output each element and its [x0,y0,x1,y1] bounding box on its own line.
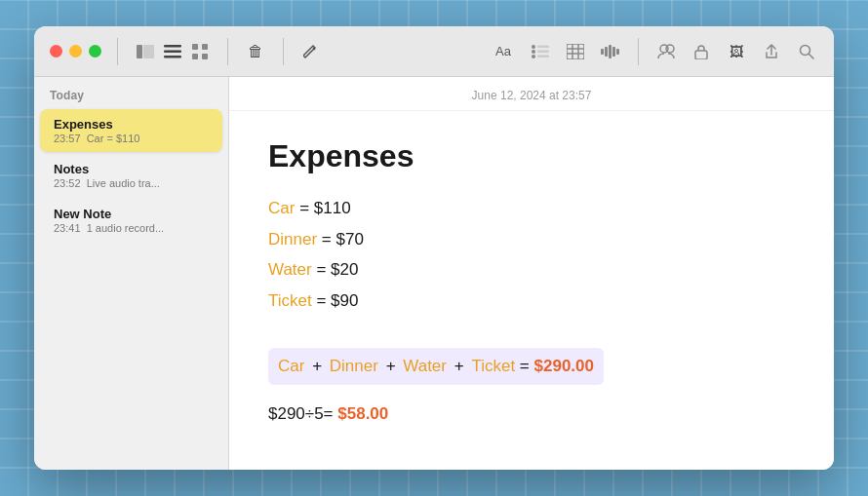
delete-icon[interactable]: 🗑 [244,40,267,63]
svg-point-13 [532,55,535,58]
sum-water: Water [403,357,447,375]
font-icon[interactable]: Aa [490,40,517,63]
svg-rect-1 [143,45,154,58]
division-line: $290÷5= $58.00 [268,404,795,424]
expense-line-water: Water = $20 [268,257,795,283]
svg-rect-5 [192,44,198,50]
division-result: $58.00 [337,404,388,423]
expense-value-water: = $20 [316,260,358,279]
grid-view-icon[interactable] [188,40,212,63]
toolbar-separator-4 [638,38,639,65]
collaborate-icon[interactable] [654,40,678,63]
main-layout: Today Expenses 23:57 Car = $110 Notes 23… [34,77,834,470]
sidebar-item-expenses[interactable]: Expenses 23:57 Car = $110 [40,109,222,152]
svg-rect-7 [192,54,198,59]
svg-rect-12 [537,50,549,53]
toolbar-separator-2 [227,38,228,65]
svg-rect-21 [605,47,608,57]
photo-icon[interactable]: 🖼 [725,40,748,63]
close-button[interactable] [50,45,62,57]
search-icon[interactable] [795,40,818,63]
sum-result: $290.00 [534,357,594,375]
svg-rect-20 [601,49,604,55]
note-title-notes: Notes [54,162,209,176]
expense-line-dinner: Dinner = $70 [268,227,795,252]
minimize-button[interactable] [69,45,82,57]
svg-line-29 [809,54,814,58]
sum-line: Car + Dinner + Water + Ticket = $290.00 [268,348,604,385]
svg-rect-22 [609,45,612,58]
note-title-expenses: Expenses [54,117,209,132]
svg-rect-3 [164,50,181,53]
plus-3: + [454,357,469,375]
toolbar-separator-3 [283,38,284,65]
expense-line-ticket: Ticket = $90 [268,288,795,314]
lock-icon[interactable] [690,40,713,63]
fullscreen-button[interactable] [89,45,101,57]
notes-window: 🗑 Aa [34,26,834,470]
svg-point-11 [532,50,535,54]
content-body[interactable]: Expenses Car = $110 Dinner = $70 Water =… [229,111,834,470]
expense-name-water: Water [268,260,312,279]
audio-icon[interactable] [599,40,622,63]
list-view-icon[interactable] [161,40,184,63]
svg-point-26 [666,45,674,53]
note-heading: Expenses [268,138,795,174]
note-meta-expenses: 23:57 Car = $110 [54,133,209,144]
sidebar-toggle-icon[interactable] [134,40,157,63]
note-meta-new-note: 23:41 1 audio record... [54,222,209,234]
expense-name-car: Car [268,199,295,217]
plus-1: + [312,357,327,375]
sum-ticket: Ticket [471,357,515,375]
sum-dinner: Dinner [330,357,378,375]
traffic-lights [50,45,101,57]
toolbar-separator-1 [117,38,118,65]
svg-rect-27 [695,51,707,59]
edit-icon[interactable] [299,40,323,63]
checklist-icon[interactable] [529,40,552,63]
note-title-new-note: New Note [54,207,209,221]
sidebar: Today Expenses 23:57 Car = $110 Notes 23… [34,77,229,470]
svg-rect-23 [612,47,615,57]
expense-line-car: Car = $110 [268,196,795,221]
content-area: June 12, 2024 at 23:57 Expenses Car = $1… [229,77,834,470]
expense-name-dinner: Dinner [268,230,317,248]
note-meta-notes: 23:52 Live audio tra... [54,177,209,189]
share-icon[interactable] [760,40,783,63]
sidebar-section-today: Today [34,77,228,108]
expense-name-ticket: Ticket [268,291,312,310]
svg-rect-6 [202,44,208,50]
expense-value-ticket: = $90 [316,291,358,310]
sum-car: Car [278,357,304,375]
svg-rect-4 [164,56,181,58]
svg-rect-2 [164,45,181,48]
expense-value-car: = $110 [299,199,350,217]
svg-rect-24 [616,49,619,55]
table-icon[interactable] [564,40,587,63]
content-timestamp: June 12, 2024 at 23:57 [229,77,834,111]
plus-2: + [386,357,401,375]
svg-point-9 [532,45,535,49]
svg-rect-14 [537,55,549,57]
division-expression: $290÷5= [268,404,334,423]
svg-rect-15 [567,44,584,59]
expense-value-dinner: = $70 [322,230,364,248]
toolbar-group-view [134,40,212,63]
sum-equals: = [520,357,530,375]
svg-rect-8 [202,54,208,59]
svg-rect-10 [537,45,549,48]
sidebar-item-notes[interactable]: Notes 23:52 Live audio tra... [40,154,222,197]
sum-section: Car + Dinner + Water + Ticket = $290.00 [268,332,795,389]
svg-rect-0 [137,45,142,58]
titlebar: 🗑 Aa [34,26,834,77]
sidebar-item-new-note[interactable]: New Note 23:41 1 audio record... [40,199,222,242]
